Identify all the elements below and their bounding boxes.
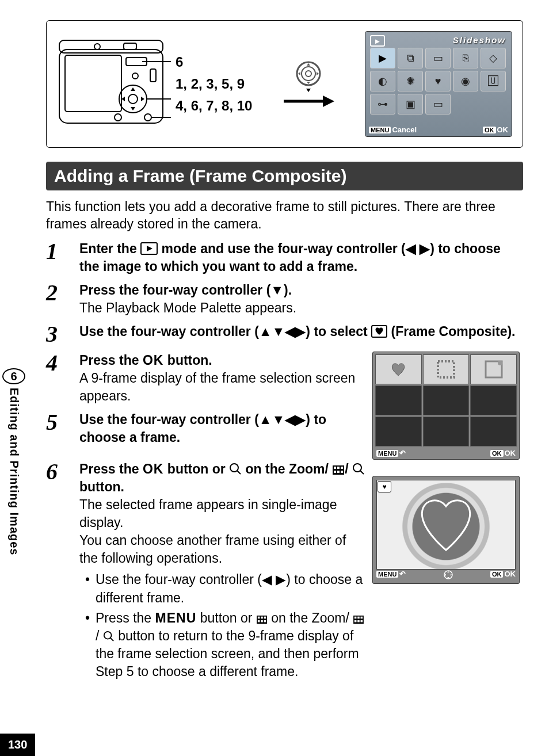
step-6-sub-a: The selected frame appears in single-ima… xyxy=(79,496,365,532)
step-1: 1 Enter the mode and use the four-way co… xyxy=(46,240,523,276)
playback-mode-icon xyxy=(140,242,158,255)
step-6-head-a: Press the xyxy=(79,461,143,476)
palette-grid: ▶ ⧉ ▭ ⎘ ◇ ◐ ✺ ♥ ◉ 🅄 ⊶ ▣ ▭ xyxy=(370,48,506,114)
step-3: 3 Use the four-way controller (▲▼◀▶) to … xyxy=(46,323,523,346)
svg-point-2 xyxy=(94,44,100,49)
step-number: 4 xyxy=(46,352,69,375)
svg-rect-49 xyxy=(361,620,363,622)
chapter-title: Editing and Printing Images xyxy=(7,388,21,555)
svg-rect-3 xyxy=(124,43,136,49)
step-1-text-a: Enter the xyxy=(79,241,140,256)
svg-rect-47 xyxy=(354,620,357,622)
svg-line-51 xyxy=(110,637,113,640)
step-3-text-b: (Frame Composite). xyxy=(391,324,516,339)
palette-slideshow-icon: ▶ xyxy=(370,48,395,68)
camera-illustration xyxy=(57,37,172,131)
lcd-footer: MENUCancel OKOK xyxy=(369,125,508,134)
step-4-head-b: button. xyxy=(167,353,212,368)
thumbnail-icon xyxy=(256,615,268,624)
svg-point-6 xyxy=(132,73,138,79)
svg-rect-4 xyxy=(65,55,121,112)
svg-point-25 xyxy=(230,464,238,472)
step-5: 5 Use the four-way controller (▲▼◀▶) to … xyxy=(46,411,365,446)
palette-trim-icon: ▭ xyxy=(425,48,451,68)
svg-point-10 xyxy=(115,114,121,121)
section-title: Adding a Frame (Frame Composite) xyxy=(46,162,523,190)
palette-dpof-icon: ▣ xyxy=(398,94,423,114)
lcd-palette-screen: ▶ Slideshow ▶ ⧉ ▭ ⎘ ◇ ◐ ✺ ♥ ◉ 🅄 ⊶ ▣ ▭ ME… xyxy=(365,31,512,137)
svg-point-9 xyxy=(128,94,138,104)
magnify-icon xyxy=(103,631,115,642)
step-number: 6 xyxy=(46,460,69,483)
palette-startup-icon: ▭ xyxy=(425,94,451,114)
step-6-head-d: button. xyxy=(79,479,124,494)
arrow-right-icon xyxy=(283,94,334,108)
svg-rect-40 xyxy=(258,620,260,622)
step-6-bullet-1: Use the four-way controller (◀ ▶) to cho… xyxy=(84,571,365,606)
framed-photo-preview xyxy=(376,480,516,570)
svg-rect-28 xyxy=(334,467,336,469)
palette-brightness-icon: ✺ xyxy=(398,71,423,91)
heart-frame-icon xyxy=(411,490,481,559)
intro-text: This function lets you add a decorative … xyxy=(46,198,523,233)
steps: 1 Enter the mode and use the four-way co… xyxy=(46,240,523,689)
palette-frame-icon: ♥ xyxy=(425,71,451,91)
callout-line-2: 1, 2, 3, 5, 9 xyxy=(176,73,252,95)
thumbnail-icon xyxy=(332,465,345,475)
svg-line-26 xyxy=(237,471,241,474)
menu-button-label: MENU xyxy=(155,610,197,625)
thumbnail-icon xyxy=(353,615,364,624)
step-2-head: Press the four-way controller (▼). xyxy=(79,281,523,299)
mini2-dial-icon xyxy=(440,570,457,582)
mini-ok-ok: OKOK xyxy=(490,449,516,457)
svg-rect-21 xyxy=(438,361,454,377)
frame-thumb-empty xyxy=(423,417,470,446)
svg-rect-30 xyxy=(341,467,343,469)
step-2: 2 Press the four-way controller (▼). The… xyxy=(46,281,523,317)
callout-numbers: 6 1, 2, 3, 5, 9 4, 6, 7, 8, 10 xyxy=(176,51,252,117)
mini2-menu-back: MENU↶ xyxy=(376,570,406,582)
frame-composite-icon xyxy=(371,325,387,338)
step-5-head: Use the four-way controller (▲▼◀▶) to ch… xyxy=(79,411,365,446)
svg-point-16 xyxy=(302,67,315,81)
step-3-text-a: Use the four-way controller (▲▼◀▶) to se… xyxy=(79,324,371,339)
magnify-icon xyxy=(352,463,365,475)
frame-thumb-ribbon xyxy=(470,354,517,384)
svg-line-35 xyxy=(360,471,364,474)
step-6-sub-b: You can choose another frame using eithe… xyxy=(79,532,365,567)
step-6: 6 Press the OK button or on the Zoom/ / xyxy=(46,460,365,683)
svg-rect-38 xyxy=(261,616,263,618)
svg-point-23 xyxy=(498,361,502,365)
svg-rect-48 xyxy=(357,620,360,622)
callout-line-3: 4, 6, 7, 8, 10 xyxy=(176,95,252,117)
callout-line-1: 6 xyxy=(176,51,252,73)
step-number: 5 xyxy=(46,411,69,434)
step-6-bullet-2: Press the MENU button or on the Zoom/ / xyxy=(84,609,365,681)
palette-redeye-icon: ◉ xyxy=(453,71,478,91)
step-number: 1 xyxy=(46,240,69,263)
mini-menu-back: MENU↶ xyxy=(376,449,406,457)
chapter-number-badge: 6 xyxy=(2,368,25,384)
svg-point-34 xyxy=(353,464,361,472)
frame-mode-badge-icon: ♥ xyxy=(378,481,391,492)
frame-thumb-empty xyxy=(375,417,422,446)
right-screenshots: MENU↶ OKOK ♥ MENU↶ OKOK xyxy=(372,352,523,600)
frame-grid-screen: MENU↶ OKOK xyxy=(372,352,520,460)
svg-rect-42 xyxy=(264,620,266,622)
svg-rect-41 xyxy=(261,620,263,622)
playback-mode-icon: ▶ xyxy=(370,35,385,47)
ok-button-label: OK xyxy=(143,461,164,476)
step-4: 4 Press the OK button. A 9-frame display… xyxy=(46,352,365,405)
mini2-ok-ok: OKOK xyxy=(490,570,516,582)
palette-voice-icon: 🅄 xyxy=(481,71,506,91)
svg-rect-46 xyxy=(361,616,363,618)
svg-point-17 xyxy=(306,71,311,77)
svg-rect-33 xyxy=(341,471,343,473)
svg-rect-39 xyxy=(264,616,266,618)
palette-copy-icon: ⎘ xyxy=(453,48,478,68)
side-tab: 6 Editing and Printing Images xyxy=(0,368,28,555)
svg-rect-1 xyxy=(59,40,163,53)
svg-rect-29 xyxy=(337,467,340,469)
dial-icon xyxy=(292,60,325,92)
frame-thumb-empty xyxy=(375,385,422,415)
